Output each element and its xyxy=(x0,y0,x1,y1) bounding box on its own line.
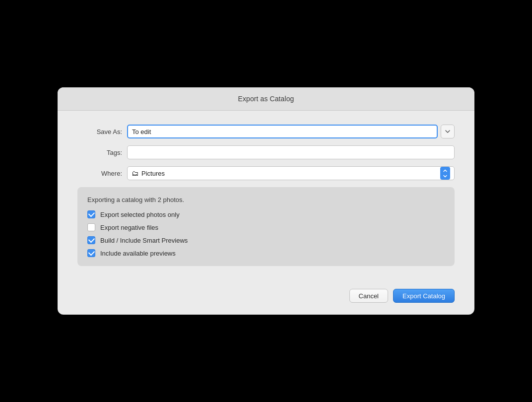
chevron-up-icon xyxy=(443,168,448,173)
checkbox-export-selected-label: Export selected photos only xyxy=(100,211,180,218)
where-label: Where: xyxy=(77,170,122,177)
checkbox-row-build-smart: Build / Include Smart Previews xyxy=(87,236,445,244)
save-as-dropdown-button[interactable] xyxy=(441,125,455,138)
where-value: Pictures xyxy=(141,170,440,177)
checkbox-export-negative[interactable] xyxy=(87,223,95,231)
options-info-text: Exporting a catalog with 2 photos. xyxy=(87,196,445,203)
checkbox-include-previews-label: Include available previews xyxy=(100,250,176,257)
dialog-body: Save As: Tags: Where: 🗂 Pictures xyxy=(58,111,474,289)
checkbox-build-smart-label: Build / Include Smart Previews xyxy=(100,237,188,244)
checkbox-include-previews[interactable] xyxy=(87,249,95,257)
checkbox-export-negative-label: Export negative files xyxy=(100,224,158,231)
chevron-down-icon xyxy=(445,129,451,134)
save-as-input[interactable] xyxy=(127,125,438,138)
chevron-down-icon xyxy=(443,174,448,179)
dialog-title: Export as Catalog xyxy=(238,95,294,103)
where-select-wrapper[interactable]: 🗂 Pictures xyxy=(127,166,455,180)
checkbox-build-smart[interactable] xyxy=(87,236,95,244)
tags-label: Tags: xyxy=(77,149,122,156)
tags-input[interactable] xyxy=(127,145,455,159)
save-as-input-group xyxy=(127,125,455,138)
save-as-label: Save As: xyxy=(77,128,122,135)
where-folder-icon: 🗂 xyxy=(132,169,138,177)
checkbox-row-export-negative: Export negative files xyxy=(87,223,445,231)
cancel-button[interactable]: Cancel xyxy=(349,289,388,303)
checkbox-row-include-previews: Include available previews xyxy=(87,249,445,257)
dialog-titlebar: Export as Catalog xyxy=(58,87,474,111)
checkbox-export-selected[interactable] xyxy=(87,210,95,218)
export-catalog-button[interactable]: Export Catalog xyxy=(393,289,455,303)
options-box: Exporting a catalog with 2 photos. Expor… xyxy=(77,187,455,266)
dialog-footer: Cancel Export Catalog xyxy=(58,289,474,315)
where-stepper[interactable] xyxy=(440,167,450,180)
tags-row: Tags: xyxy=(77,145,455,159)
checkbox-row-export-selected: Export selected photos only xyxy=(87,210,445,218)
where-row: Where: 🗂 Pictures xyxy=(77,166,455,180)
save-as-row: Save As: xyxy=(77,125,455,138)
export-catalog-dialog: Export as Catalog Save As: Tags: Where: xyxy=(58,87,474,315)
